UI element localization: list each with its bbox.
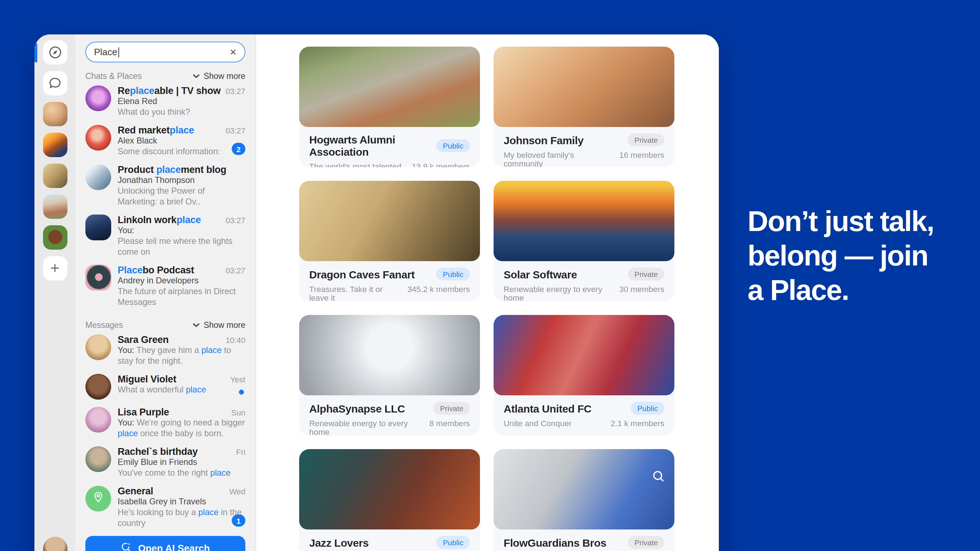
message-list-item[interactable]: Lisa PurpleSun You: We're going to need …: [85, 403, 245, 443]
place-cover-image: [493, 181, 675, 261]
chat-avatar: [85, 265, 111, 291]
clear-search-icon[interactable]: ✕: [229, 47, 237, 57]
places-grid: Hogwarts Alumni AssociationPublic The wo…: [256, 34, 719, 551]
place-card-flowguardians[interactable]: FlowGuardians BrosPrivate Renewable ener…: [493, 449, 675, 551]
place-avatar-campus[interactable]: [43, 194, 67, 219]
chat-preview: Please tell me where the lights come on: [118, 236, 245, 258]
search-magnifier-icon: [651, 469, 666, 486]
user-avatar[interactable]: [43, 537, 67, 551]
place-title: Hogwarts Alumni Association: [309, 134, 437, 158]
location-pin-icon: [92, 491, 105, 506]
place-members: 16 members: [613, 151, 664, 167]
unread-dot: [239, 390, 244, 395]
place-members: 13.9 k members: [406, 162, 470, 167]
place-avatar-family[interactable]: [43, 102, 67, 126]
chat-time: 03:27: [221, 266, 245, 275]
section-header-messages: Messages Show more: [85, 321, 245, 329]
visibility-badge: Public: [631, 402, 664, 415]
chevron-down-icon: [192, 73, 200, 79]
place-card-hogwarts[interactable]: Hogwarts Alumni AssociationPublic The wo…: [299, 47, 480, 167]
chat-list-item[interactable]: Red marketplace03:27 Alex Black Some dis…: [85, 121, 245, 161]
app-root: + Place ✕ Chats & Places Show more: [0, 0, 980, 551]
message-list-item[interactable]: Rachel`s birthdayFri Emily Blue in Frien…: [85, 443, 245, 482]
chat-sender: Andrey in Developers: [118, 276, 245, 286]
message-list-item[interactable]: Sara Green10:40 You: They gave him a pla…: [85, 331, 245, 370]
message-time: 10:40: [221, 336, 245, 344]
place-card-dragon-caves[interactable]: Dragon Caves FanartPublic Treasures. Tak…: [299, 181, 480, 301]
place-card-atlanta-united[interactable]: Atlanta United FCPublic Unite and Conque…: [493, 315, 675, 435]
place-title: Solar Software: [504, 268, 577, 280]
chat-avatar: [85, 215, 111, 240]
place-card-alphasynapse[interactable]: AlphaSynapse LLCPrivate Renewable energy…: [299, 315, 480, 435]
chat-list-item[interactable]: Placebo Podcast03:27 Andrey in Developer…: [85, 261, 245, 311]
place-title: Jazz Lovers: [309, 536, 369, 548]
place-cover-image: [299, 449, 480, 529]
chat-time: 03:27: [221, 87, 245, 96]
place-avatar-football[interactable]: [43, 225, 67, 250]
search-input[interactable]: Place ✕: [85, 41, 245, 62]
place-title: Johnson Family: [504, 134, 584, 146]
chat-avatar: [85, 164, 111, 190]
chat-list-item[interactable]: Linkoln workplace03:27 You: Please tell …: [85, 211, 245, 261]
search-input-value: Place: [94, 47, 117, 57]
place-members: 8 members: [424, 419, 470, 435]
add-place-button[interactable]: +: [43, 256, 67, 280]
show-more-chats[interactable]: Show more: [192, 72, 245, 80]
chat-sender: You:: [118, 225, 245, 236]
nav-discover-button[interactable]: [43, 40, 67, 65]
ai-search-icon: [121, 541, 132, 551]
message-title: Rachel`s birthday: [118, 446, 198, 457]
place-subtitle: Treasures. Take it or leave it: [309, 285, 401, 301]
search-panel: Place ✕ Chats & Places Show more Replace…: [75, 34, 256, 551]
chat-sender: Elena Red: [118, 96, 245, 107]
message-preview: You've come to the right place: [118, 468, 245, 479]
visibility-badge: Public: [437, 139, 470, 152]
chat-title: Product placement blog: [118, 164, 226, 175]
chat-avatar: [85, 125, 111, 151]
place-title: Atlanta United FC: [504, 402, 592, 414]
chat-sender: Alex Black: [118, 135, 245, 147]
unread-count-badge: 2: [232, 143, 245, 155]
place-title: AlphaSynapse LLC: [309, 402, 405, 414]
place-title: Dragon Caves Fanart: [309, 268, 415, 280]
place-subtitle: Renewable energy to every home: [504, 285, 613, 301]
chat-avatar: [85, 85, 111, 111]
message-list-item[interactable]: Miguel VioletYest What a wonderful place: [85, 370, 245, 403]
place-subtitle: My beloved family's community: [504, 151, 613, 167]
place-card-solar-software[interactable]: Solar SoftwarePrivate Renewable energy t…: [493, 181, 675, 301]
visibility-badge: Public: [437, 536, 470, 549]
chat-preview: Some discount information:: [118, 147, 245, 157]
message-sender: Emily Blue in Friends: [118, 457, 245, 468]
open-ai-search-button[interactable]: Open AI Search: [85, 536, 245, 551]
marketing-headline: Don’t just talk, belong — join a Place.: [748, 204, 963, 307]
place-avatar-dragon[interactable]: [43, 164, 67, 188]
place-members: 2.1 k members: [605, 419, 664, 428]
place-avatar-solar[interactable]: [43, 133, 67, 157]
message-avatar: [85, 446, 111, 472]
place-cover-image: [299, 181, 480, 261]
message-avatar: [85, 334, 111, 360]
message-time: Fri: [232, 447, 245, 456]
chat-title: Linkoln workplace: [118, 215, 201, 225]
section-title: Messages: [85, 321, 123, 329]
place-members: 345.2 k members: [401, 285, 470, 301]
show-more-messages[interactable]: Show more: [192, 321, 245, 329]
place-cover-image: [493, 315, 675, 395]
place-card-jazz-lovers[interactable]: Jazz LoversPublic Renewable energy to ev…: [299, 449, 480, 551]
place-cover-image: [493, 449, 675, 529]
place-cover-image: [493, 47, 675, 127]
message-preview: You: We're going to need a bigger place …: [118, 417, 245, 439]
chat-preview: The future of airplanes in Direct Messag…: [118, 286, 245, 308]
message-list-item[interactable]: GeneralWed Isabella Grey in Travels He's…: [85, 482, 245, 532]
chat-preview: Unlocking the Power of Marketing: a brie…: [118, 186, 245, 207]
active-tab-indicator: [35, 43, 37, 62]
place-card-johnson-family[interactable]: Johnson FamilyPrivate My beloved family'…: [493, 47, 675, 167]
visibility-badge: Public: [437, 268, 470, 280]
chevron-down-icon: [192, 322, 200, 328]
chat-list-item[interactable]: Product placement blog Jonathan Thompson…: [85, 161, 245, 211]
message-preview: What a wonderful place: [118, 385, 245, 395]
nav-chats-button[interactable]: [43, 71, 67, 96]
chat-list-item[interactable]: Replaceable | TV show03:27 Elena Red Wha…: [85, 82, 245, 121]
section-header-chats: Chats & Places Show more: [85, 72, 245, 80]
compass-icon: [48, 45, 62, 59]
